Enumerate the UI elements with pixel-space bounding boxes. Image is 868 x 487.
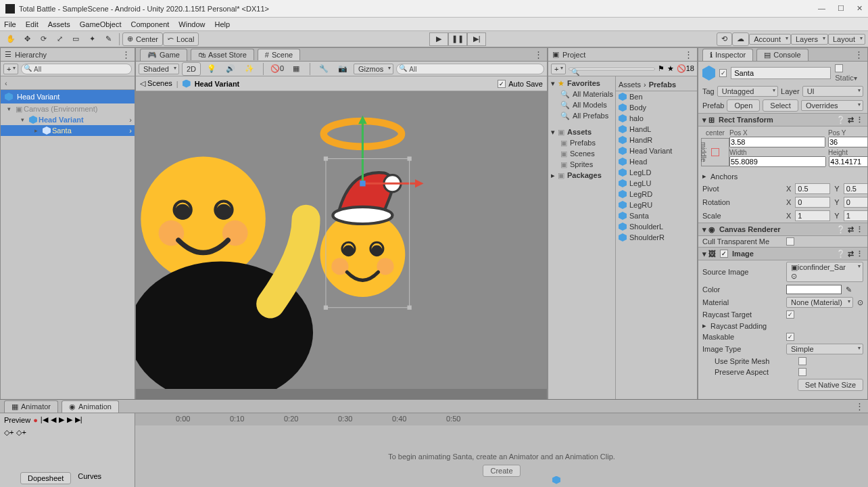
pivot-mode-button[interactable]: ⊕ Center [122, 32, 163, 46]
menu-file[interactable]: File [4, 20, 16, 28]
breadcrumb-scenes[interactable]: ◁ Scenes [140, 79, 172, 88]
console-tab[interactable]: ▤ Console [756, 49, 808, 61]
pause-button[interactable]: ❚❚ [448, 32, 467, 46]
game-tab[interactable]: 🎮 Game [140, 49, 187, 61]
tools-icon[interactable]: 🔧 [316, 62, 332, 76]
play-button[interactable]: ▶ [429, 32, 448, 46]
layout-dropdown[interactable]: Layout [828, 34, 865, 45]
pivot-x[interactable] [795, 183, 830, 194]
breadcrumb-item[interactable]: Head Variant [195, 80, 240, 88]
hierarchy-item-head-variant[interactable]: ▾ Head Variant› [1, 114, 135, 125]
menu-assets[interactable]: Assets [48, 20, 70, 28]
2d-toggle[interactable]: 2D [182, 62, 201, 76]
rotate-tool-icon[interactable]: ⟳ [35, 32, 51, 46]
fav-all-prefabs[interactable]: 🔍All Prefabs [548, 110, 615, 121]
scenes-folder[interactable]: ▣Scenes [548, 148, 615, 159]
hand-tool-icon[interactable]: ✋ [3, 32, 19, 46]
inspector-tab[interactable]: ℹ Inspector [702, 49, 753, 61]
add-keyframe-icon[interactable]: ◇+ [4, 428, 14, 437]
panel-options-icon[interactable]: ⋮ [684, 49, 693, 60]
material-field[interactable]: None (Material) [786, 297, 853, 308]
gizmos-dropdown[interactable]: Gizmos [354, 64, 393, 74]
play-anim-button[interactable]: ▶ [59, 415, 64, 424]
dopesheet-tab[interactable]: Dopesheet [20, 472, 71, 484]
back-icon[interactable]: ‹ [5, 79, 7, 87]
next-frame-button[interactable]: ▶ [67, 415, 72, 424]
custom-tool-icon[interactable]: ✎ [100, 32, 116, 46]
animator-tab[interactable]: ▦ Animator [4, 400, 58, 413]
sprites-folder[interactable]: ▣Sprites [548, 159, 615, 170]
last-frame-button[interactable]: ▶| [75, 415, 82, 424]
prefab-shoulderr[interactable]: ShoulderR [616, 232, 697, 243]
menu-component[interactable]: Component [130, 20, 169, 28]
favorites-header[interactable]: ▾★Favorites [548, 78, 615, 89]
overrides-dropdown[interactable]: Overrides [801, 100, 863, 111]
collab-button[interactable]: ⟲ [717, 32, 732, 46]
animation-timeline[interactable]: 0 0:00 0:10 0:20 0:30 0:40 0:50 To begin… [135, 413, 868, 487]
create-asset-dropdown[interactable]: + [551, 64, 566, 74]
create-animation-button[interactable]: Create [483, 465, 520, 477]
prefab-body[interactable]: Body [616, 102, 697, 113]
gizmo-hidden-icon[interactable]: 🚫0 [269, 62, 285, 76]
hierarchy-search[interactable]: All [21, 64, 132, 74]
prefab-handl[interactable]: HandL [616, 124, 697, 135]
tag-dropdown[interactable]: Untagged [717, 86, 778, 97]
color-field[interactable] [786, 285, 842, 294]
first-frame-button[interactable]: |◀ [41, 415, 48, 424]
menu-window[interactable]: Window [178, 20, 205, 28]
project-tab[interactable]: ▣ Project⋮ [548, 48, 697, 62]
maximize-button[interactable]: ☐ [838, 4, 844, 13]
audio-icon[interactable]: 🔊 [222, 62, 239, 76]
move-tool-icon[interactable]: ✥ [19, 32, 35, 46]
menu-gameobject[interactable]: GameObject [80, 20, 122, 28]
scale-y[interactable] [844, 210, 867, 221]
pivot-y[interactable] [844, 183, 867, 194]
posx-field[interactable] [729, 137, 825, 147]
prefab-santa[interactable]: Santa [616, 210, 697, 221]
canvas-renderer-header[interactable]: ▾ ◉ Canvas Renderer ❔ ⇄ ⋮ [698, 223, 867, 236]
filter-icon[interactable]: ⚑ [658, 64, 665, 73]
active-checkbox[interactable]: ✓ [719, 69, 727, 77]
fav-all-models[interactable]: 🔍All Models [548, 99, 615, 110]
anchor-preset[interactable]: center middle [701, 129, 729, 168]
maskable-checkbox[interactable]: ✓ [786, 333, 794, 341]
layers-dropdown[interactable]: Layers [791, 34, 828, 45]
scene-search[interactable]: All [396, 64, 544, 74]
raycast-target-checkbox[interactable]: ✓ [786, 310, 794, 319]
preserve-aspect-checkbox[interactable] [798, 368, 806, 376]
curves-tab[interactable]: Curves [78, 472, 101, 484]
prev-frame-button[interactable]: ◀ [51, 415, 56, 424]
favorite-filter-icon[interactable]: ★ [667, 64, 674, 73]
hierarchy-item-canvas[interactable]: ▾▣ Canvas (Environment) [1, 103, 135, 114]
camera-icon[interactable]: 📷 [335, 62, 351, 76]
prefab-header[interactable]: Head Variant [1, 90, 135, 103]
prefab-halo[interactable]: halo [616, 113, 697, 124]
animation-tab[interactable]: ◉ Animation [62, 400, 119, 413]
cloud-button[interactable]: ☁ [732, 32, 749, 46]
add-event-icon[interactable]: ◇+ [16, 428, 26, 437]
prefab-leglu[interactable]: LegLU [616, 178, 697, 189]
panel-options-icon[interactable]: ⋮ [122, 49, 130, 60]
rect-transform-header[interactable]: ▾ ⊞ Rect Transform ❔ ⇄ ⋮ [698, 113, 867, 126]
set-native-size-button[interactable]: Set Native Size [798, 379, 863, 391]
panel-options-icon[interactable]: ⋮ [855, 401, 864, 411]
layer-dropdown[interactable]: UI [802, 86, 863, 97]
prefab-head-variant[interactable]: Head Variant [616, 145, 697, 156]
scale-x[interactable] [795, 210, 830, 221]
fx-icon[interactable]: ✨ [241, 62, 258, 76]
packages-folder[interactable]: ▸▣Packages [548, 170, 615, 181]
panel-options-icon[interactable]: ⋮ [534, 49, 543, 60]
minimize-button[interactable]: — [818, 4, 825, 13]
prefabs-folder[interactable]: ▣Prefabs [548, 137, 615, 148]
prefab-open-button[interactable]: Open [727, 99, 760, 112]
prefab-select-button[interactable]: Select [763, 99, 798, 112]
prefab-legld[interactable]: LegLD [616, 167, 697, 178]
close-button[interactable]: ✕ [857, 4, 863, 13]
height-field[interactable] [829, 156, 867, 167]
preview-button[interactable]: Preview [4, 416, 30, 424]
pivot-rotation-button[interactable]: ⤺ Local [163, 32, 199, 46]
static-toggle[interactable]: Static▾ [835, 64, 863, 82]
rect-tool-icon[interactable]: ▭ [68, 32, 84, 46]
anchors-foldout[interactable]: Anchors [710, 172, 790, 181]
prefab-ben[interactable]: Ben [616, 91, 697, 102]
